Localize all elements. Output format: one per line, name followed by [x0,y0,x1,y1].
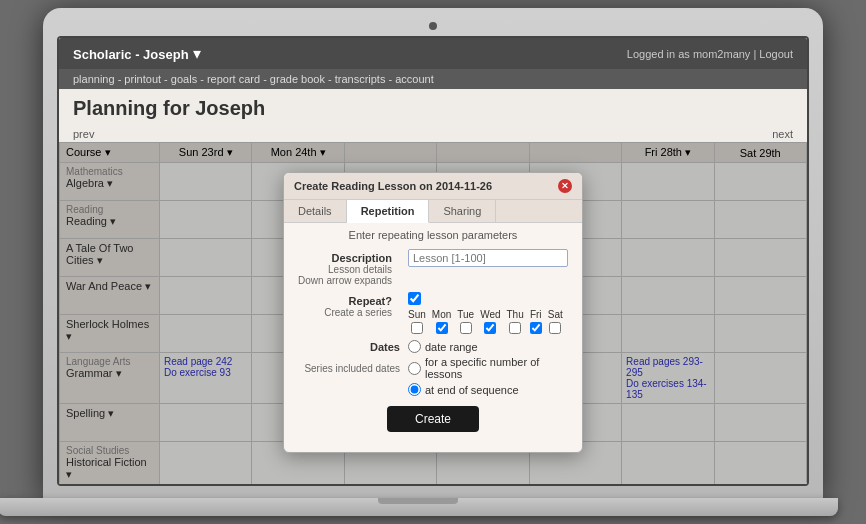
app-title[interactable]: Scholaric - Joseph ▾ [73,44,201,63]
modal-dialog: Create Reading Lesson on 2014-11-26 ✕ De… [283,172,583,453]
repeat-label: Repeat? [290,292,400,307]
description-label: Description [290,249,400,264]
day-tue: Tue [457,309,474,334]
checkbox-thu[interactable] [509,322,521,334]
modal-form: Description Lesson details Down arrow ex… [284,245,582,436]
modal-tabs: Details Repetition Sharing [284,200,582,223]
radio-date-range[interactable] [408,340,421,353]
page-header: Planning for Joseph [59,89,807,128]
radio-specific-lessons[interactable] [408,362,421,375]
calendar-table-area: Course ▾ Sun 23rd ▾ Mon 24th ▾ Fri 28th … [59,142,807,484]
dates-sublabel-area: Series included dates [298,363,408,374]
checkbox-tue[interactable] [460,322,472,334]
create-button[interactable]: Create [387,406,479,432]
repeat-row: Repeat? Create a series [298,292,568,334]
date-range-option[interactable]: date range [408,340,478,353]
close-icon[interactable]: ✕ [558,179,572,193]
dates-row3: at end of sequence [298,383,568,396]
day-mon: Mon [432,309,451,334]
repeat-checkbox-row [408,292,563,305]
nav-links[interactable]: planning - printout - goals - report car… [73,73,434,85]
tab-details[interactable]: Details [284,200,347,222]
top-bar: Scholaric - Joseph ▾ Logged in as mom2ma… [59,38,807,69]
day-thu: Thu [507,309,524,334]
repeat-sublabel: Create a series [290,307,400,318]
checkbox-sun[interactable] [411,322,423,334]
checkbox-fri[interactable] [530,322,542,334]
dates-section: Dates date range Series included dates [298,340,568,396]
nav-bar: planning - printout - goals - report car… [59,69,807,89]
description-input[interactable] [408,249,568,267]
dates-label: Dates [298,341,408,353]
day-fri: Fri [530,309,542,334]
tab-sharing[interactable]: Sharing [429,200,496,222]
create-btn-row: Create [298,406,568,432]
logged-in-info: Logged in as mom2many | Logout [627,48,793,60]
radio-end-of-sequence[interactable] [408,383,421,396]
days-row: Sun Mon Tu [408,309,563,334]
page-title: Planning for Joseph [73,97,793,120]
checkbox-sat[interactable] [549,322,561,334]
end-of-sequence-text: at end of sequence [425,384,519,396]
next-button[interactable]: next [772,128,793,140]
specific-lessons-text: for a specific number of lessons [425,356,568,380]
dates-row: Dates date range [298,340,568,353]
repeat-checkbox[interactable] [408,292,421,305]
checkbox-mon[interactable] [436,322,448,334]
end-of-sequence-option[interactable]: at end of sequence [408,383,519,396]
tab-repetition[interactable]: Repetition [347,200,430,223]
description-sublabel2: Down arrow expands [290,275,400,286]
modal-header: Create Reading Lesson on 2014-11-26 ✕ [284,173,582,200]
description-sublabel: Lesson details [290,264,400,275]
modal-subtitle: Enter repeating lesson parameters [284,223,582,245]
prev-button[interactable]: prev [73,128,94,140]
day-sat: Sat [548,309,563,334]
modal-title: Create Reading Lesson on 2014-11-26 [294,180,492,192]
date-range-text: date range [425,341,478,353]
modal-overlay: Create Reading Lesson on 2014-11-26 ✕ De… [59,142,807,484]
day-wed: Wed [480,309,500,334]
day-sun: Sun [408,309,426,334]
checkbox-wed[interactable] [484,322,496,334]
description-row: Description Lesson details Down arrow ex… [298,249,568,286]
calendar-nav: prev next [59,128,807,142]
dates-row2: Series included dates for a specific num… [298,356,568,380]
specific-lessons-option[interactable]: for a specific number of lessons [408,356,568,380]
